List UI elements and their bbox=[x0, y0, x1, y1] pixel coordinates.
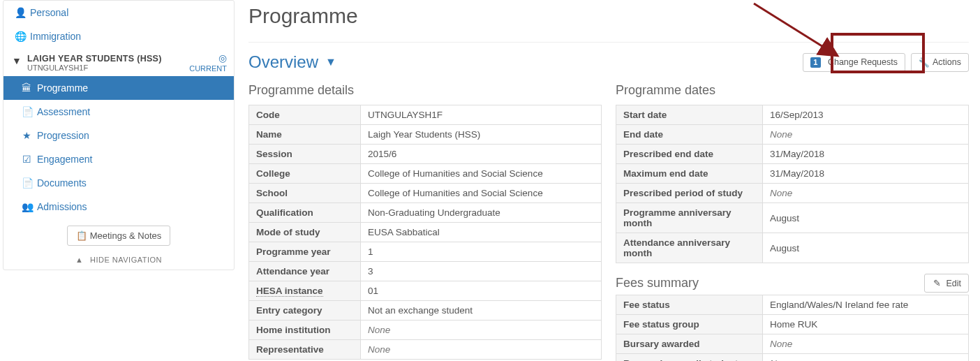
sidebar-item-label: Engagement bbox=[37, 154, 92, 165]
sidebar-group-header[interactable]: ▼ LAIGH YEAR STUDENTS (HSS) UTNGULAYSH1F… bbox=[3, 48, 234, 76]
table-row: NameLaigh Year Students (HSS) bbox=[249, 125, 602, 145]
sidebar-item-immigration[interactable]: 🌐 Immigration bbox=[3, 24, 234, 48]
table-row: Session2015/6 bbox=[249, 145, 602, 164]
globe-icon: 🌐 bbox=[15, 31, 24, 42]
hide-navigation-toggle[interactable]: ▲ HIDE NAVIGATION bbox=[3, 250, 234, 265]
table-row: Attendance anniversary monthAugust bbox=[616, 233, 969, 263]
sidebar-item-label: Documents bbox=[37, 177, 87, 189]
overview-toggle[interactable]: Overview ▼ bbox=[248, 52, 336, 72]
table-row: QualificationNon-Graduating Undergraduat… bbox=[249, 203, 602, 223]
sidebar-item-label: Immigration bbox=[30, 31, 81, 42]
sidebar-item-documents[interactable]: 📄 Documents bbox=[3, 171, 234, 195]
table-row: Entry categoryNot an exchange student bbox=[249, 301, 602, 321]
status-icon: ◎ bbox=[189, 52, 227, 64]
page-title: Programme bbox=[248, 4, 969, 28]
table-row: Prescribed end date31/May/2018 bbox=[616, 145, 969, 164]
actions-button[interactable]: 🔧 Actions bbox=[911, 53, 969, 72]
table-row: Programme year1 bbox=[249, 242, 602, 262]
checkbox-icon: ☑ bbox=[22, 154, 31, 165]
sidebar-item-label: Assessment bbox=[37, 106, 90, 117]
sidebar-group-code: UTNGULAYSH1F bbox=[27, 64, 162, 72]
table-row: Home institutionNone bbox=[249, 321, 602, 340]
star-icon: ★ bbox=[22, 130, 31, 141]
building-icon: 🏛 bbox=[22, 82, 31, 94]
overview-header-row: Overview ▼ 1 Change Requests 🔧 Actions bbox=[248, 42, 969, 72]
users-icon: 👥 bbox=[22, 201, 31, 212]
edit-fees-button[interactable]: ✎ Edit bbox=[924, 274, 969, 293]
copy-icon: 📋 bbox=[76, 230, 86, 241]
table-row: End dateNone bbox=[616, 125, 969, 145]
sidebar-item-engagement[interactable]: ☑ Engagement bbox=[3, 147, 234, 171]
programme-details-table: CodeUTNGULAYSH1F NameLaigh Year Students… bbox=[248, 105, 602, 360]
programme-details-heading: Programme details bbox=[248, 83, 602, 98]
programme-dates-heading: Programme dates bbox=[616, 83, 969, 98]
sidebar-item-label: Programme bbox=[37, 82, 88, 94]
table-row: Bursary awardedNone bbox=[616, 334, 969, 354]
table-row: Prescribed period of studyNone bbox=[616, 184, 969, 203]
user-icon: 👤 bbox=[15, 7, 24, 18]
change-requests-count: 1 bbox=[810, 57, 821, 68]
sidebar-item-label: Personal bbox=[30, 7, 68, 18]
programme-dates-panel: Programme dates Start date16/Sep/2013 En… bbox=[616, 83, 969, 263]
sidebar-item-programme[interactable]: 🏛 Programme bbox=[3, 76, 234, 100]
change-requests-button[interactable]: 1 Change Requests bbox=[803, 53, 905, 72]
nav-container: 👤 Personal 🌐 Immigration ▼ LAIGH YEAR ST… bbox=[3, 0, 235, 270]
sidebar-subnav: 🏛 Programme 📄 Assessment ★ Progression ☑… bbox=[3, 76, 234, 219]
sidebar: 👤 Personal 🌐 Immigration ▼ LAIGH YEAR ST… bbox=[0, 0, 237, 361]
programme-details-panel: Programme details CodeUTNGULAYSH1F NameL… bbox=[248, 79, 602, 361]
sidebar-group-title: LAIGH YEAR STUDENTS (HSS) bbox=[27, 54, 162, 64]
fees-summary-panel: Fees summary ✎ Edit Fee statusEngland/Wa… bbox=[616, 272, 969, 361]
sidebar-item-personal[interactable]: 👤 Personal bbox=[3, 1, 234, 24]
table-row: Fee statusEngland/Wales/N Ireland fee ra… bbox=[616, 295, 969, 315]
header-actions: 1 Change Requests 🔧 Actions bbox=[803, 53, 969, 72]
sidebar-item-label: Admissions bbox=[37, 201, 87, 212]
meetings-notes-button[interactable]: 📋 Meetings & Notes bbox=[67, 226, 171, 246]
pencil-icon: ✎ bbox=[932, 278, 942, 288]
chevron-down-icon: ▼ bbox=[325, 56, 336, 68]
wrench-icon: 🔧 bbox=[919, 57, 928, 68]
table-row: Mode of studyEUSA Sabbatical bbox=[249, 223, 602, 242]
chevron-down-icon: ▼ bbox=[12, 54, 22, 72]
programme-dates-table: Start date16/Sep/2013 End dateNone Presc… bbox=[616, 105, 969, 263]
main-content: Programme Overview ▼ 1 Change Requests 🔧… bbox=[237, 0, 980, 361]
table-row: Attendance year3 bbox=[249, 262, 602, 281]
document-icon: 📄 bbox=[22, 177, 31, 189]
table-row: Research council studentNone bbox=[616, 354, 969, 362]
table-row: Start date16/Sep/2013 bbox=[616, 105, 969, 125]
fees-summary-heading: Fees summary bbox=[616, 276, 699, 290]
table-row: RepresentativeNone bbox=[249, 340, 602, 360]
table-row: SchoolCollege of Humanities and Social S… bbox=[249, 184, 602, 203]
table-row: Maximum end date31/May/2018 bbox=[616, 164, 969, 184]
meetings-row: 📋 Meetings & Notes bbox=[3, 219, 234, 250]
table-row: CollegeCollege of Humanities and Social … bbox=[249, 164, 602, 184]
file-icon: 📄 bbox=[22, 106, 31, 117]
sidebar-item-progression[interactable]: ★ Progression bbox=[3, 124, 234, 147]
table-row: HESA instance01 bbox=[249, 281, 602, 301]
table-row: Fee status groupHome RUK bbox=[616, 315, 969, 334]
sidebar-item-assessment[interactable]: 📄 Assessment bbox=[3, 100, 234, 124]
table-row: CodeUTNGULAYSH1F bbox=[249, 105, 602, 125]
table-row: Programme anniversary monthAugust bbox=[616, 203, 969, 233]
sidebar-group-status: ◎ CURRENT bbox=[189, 52, 227, 73]
fees-summary-table: Fee statusEngland/Wales/N Ireland fee ra… bbox=[616, 295, 969, 361]
chevron-up-icon: ▲ bbox=[75, 256, 83, 264]
sidebar-item-label: Progression bbox=[37, 130, 89, 141]
sidebar-item-admissions[interactable]: 👥 Admissions bbox=[3, 195, 234, 219]
